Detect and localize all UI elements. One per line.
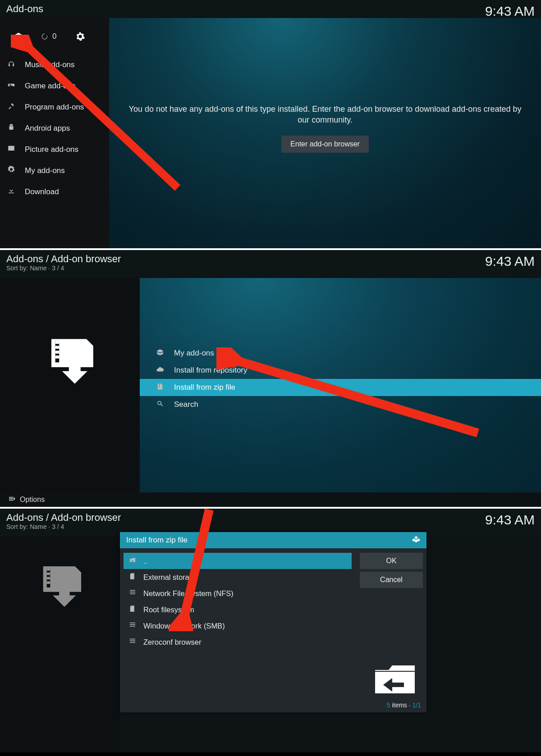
browser-list-panel: My add-onsInstall from repositoryInstall… (140, 278, 541, 492)
svg-rect-11 (47, 581, 50, 584)
footer-page: 1/1 (413, 701, 421, 709)
sidebar-item-my-add-ons[interactable]: My add-ons (0, 160, 109, 181)
clock: 9:43 AM (485, 254, 535, 269)
box-open-icon[interactable] (14, 32, 23, 41)
sidebar-item-download[interactable]: Download (0, 181, 109, 202)
box-icon (155, 348, 165, 358)
top-icon-row: 0 (0, 23, 109, 54)
sidebar-thumbnail (0, 278, 140, 492)
sidebar-item-label: Download (25, 187, 59, 196)
page-title: Add-ons / Add-on browser (6, 254, 485, 264)
browser-row-label: Search (174, 400, 198, 409)
svg-rect-9 (47, 573, 50, 575)
file-row--[interactable]: .. (124, 553, 352, 569)
screen-install-zip-dialog: Add-ons / Add-on browser Sort by: Name ·… (0, 509, 541, 752)
file-row-label: External storage (143, 573, 197, 582)
sdcard-icon (128, 572, 137, 582)
svg-rect-3 (55, 346, 60, 349)
page-title: Add-ons (6, 4, 485, 14)
zip-download-icon (39, 336, 101, 385)
folder-back-icon[interactable] (368, 656, 422, 701)
file-row-label: Network File System (NFS) (143, 589, 234, 598)
screen-addon-browser: Add-ons / Add-on browser Sort by: Name ·… (0, 250, 541, 509)
browser-row-label: Install from zip file (174, 383, 235, 392)
screen-addons: Add-ons 9:43 AM 0 Music add-onsGame add-… (0, 0, 541, 250)
dialog-footer: 5 items · 1/1 (120, 701, 426, 712)
options-label: Options (20, 496, 45, 504)
dialog-title: Install from zip file (126, 536, 188, 545)
page-subtitle: Sort by: Name · 3 / 4 (6, 523, 485, 530)
sidebar-item-picture-add-ons[interactable]: Picture add-ons (0, 139, 109, 160)
file-row-zeroconf-browser[interactable]: Zeroconf browser (124, 634, 352, 650)
browser-row-label: My add-ons (174, 349, 214, 358)
browser-row-my-add-ons[interactable]: My add-ons (140, 345, 541, 362)
file-row-label: Root filesystem (143, 606, 194, 614)
refresh-icon[interactable] (40, 32, 50, 41)
browser-row-install-from-repository[interactable]: Install from repository (140, 362, 541, 379)
file-row-label: Windows network (SMB) (143, 622, 225, 630)
svg-rect-5 (55, 355, 60, 358)
search-icon (155, 400, 165, 410)
page-title: Add-ons / Add-on browser (6, 512, 485, 523)
sidebar-item-label: Game add-ons (25, 82, 75, 91)
sidebar-item-label: Program add-ons (25, 103, 84, 112)
sidebar-item-android-apps[interactable]: Android apps (0, 118, 109, 139)
clock: 9:43 AM (485, 512, 535, 528)
download-icon (6, 187, 16, 197)
file-row-network-file-system-nfs-[interactable]: Network File System (NFS) (124, 585, 352, 601)
android-icon (6, 123, 16, 133)
settings-icon[interactable] (75, 32, 85, 41)
sidebar-item-music-add-ons[interactable]: Music add-ons (0, 54, 109, 75)
gears-icon (6, 165, 16, 176)
main-dimmed: Install from zip file ..External storage… (120, 537, 541, 752)
sidebar-thumbnail (0, 537, 120, 752)
sidebar-item-label: Picture add-ons (25, 145, 78, 154)
header: Add-ons 9:43 AM (0, 0, 541, 18)
sdcard-icon (128, 605, 137, 615)
file-row-root-filesystem[interactable]: Root filesystem (124, 601, 352, 618)
options-bar[interactable]: Options (0, 492, 541, 507)
sidebar-item-label: Music add-ons (25, 60, 75, 69)
file-row-windows-network-smb-[interactable]: Windows network (SMB) (124, 618, 352, 634)
header: Add-ons / Add-on browser Sort by: Name ·… (0, 250, 541, 268)
network-icon (128, 621, 137, 631)
options-icon (8, 495, 15, 504)
headphones-icon (6, 59, 16, 70)
cancel-button[interactable]: Cancel (360, 572, 423, 588)
browser-row-install-from-zip-file[interactable]: Install from zip file (140, 379, 541, 396)
zip-download-icon (31, 564, 89, 608)
zip-icon (155, 383, 165, 392)
cloud-icon (155, 365, 165, 375)
empty-message: You do not have any add-ons of this type… (127, 104, 523, 126)
ok-button[interactable]: OK (360, 553, 423, 569)
gamepad-icon (6, 81, 16, 91)
sidebar-item-label: Android apps (25, 124, 70, 133)
page-subtitle: Sort by: Name · 3 / 4 (6, 264, 485, 272)
file-row-label: .. (143, 557, 147, 565)
dialog-title-bar: Install from zip file (120, 532, 426, 548)
svg-rect-4 (55, 351, 60, 353)
browser-row-label: Install from repository (174, 366, 248, 375)
network-icon (128, 588, 137, 598)
install-zip-dialog: Install from zip file ..External storage… (120, 532, 426, 712)
clock: 9:43 AM (485, 4, 535, 19)
file-list: ..External storageNetwork File System (N… (124, 553, 352, 650)
sidebar: 0 Music add-onsGame add-onsProgram add-o… (0, 18, 109, 248)
tools-icon (6, 102, 16, 112)
file-row-label: Zeroconf browser (143, 638, 201, 647)
enter-addon-browser-button[interactable]: Enter add-on browser (281, 136, 369, 153)
file-row-external-storage[interactable]: External storage (124, 569, 352, 585)
sidebar-item-program-add-ons[interactable]: Program add-ons (0, 96, 109, 118)
picture-icon (6, 144, 16, 155)
browser-row-search[interactable]: Search (140, 396, 541, 413)
sidebar-item-label: My add-ons (25, 166, 65, 175)
up-icon (128, 556, 137, 566)
header: Add-ons / Add-on browser Sort by: Name ·… (0, 509, 541, 527)
svg-rect-2 (55, 341, 60, 344)
sidebar-item-game-add-ons[interactable]: Game add-ons (0, 75, 109, 96)
kodi-logo-icon (412, 535, 420, 545)
svg-rect-8 (47, 568, 50, 571)
svg-rect-10 (47, 577, 50, 579)
refresh-count: 0 (52, 32, 56, 41)
network-icon (128, 637, 137, 647)
